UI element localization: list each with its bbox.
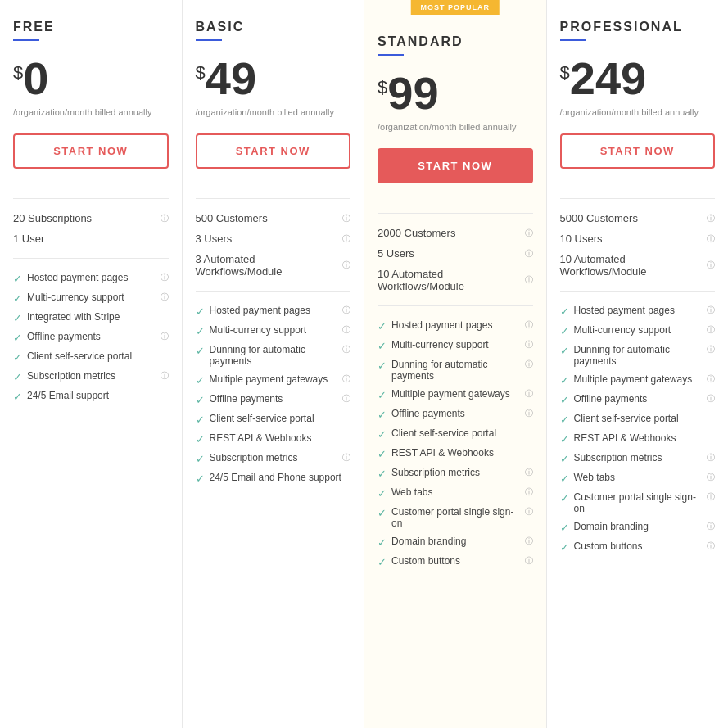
info-icon-feat-basic-4[interactable]: ⓘ — [342, 393, 350, 405]
info-icon-feat-professional-1[interactable]: ⓘ — [707, 324, 715, 336]
feature-item-professional-11: ✓ Custom buttons ⓘ — [560, 540, 716, 554]
stat-text-free-0: 20 Subscriptions — [13, 212, 156, 224]
info-icon-stat-basic-2[interactable]: ⓘ — [342, 260, 350, 271]
info-icon-feat-standard-10[interactable]: ⓘ — [525, 536, 533, 547]
info-icon-stat-professional-0[interactable]: ⓘ — [707, 213, 715, 224]
info-icon-feat-standard-0[interactable]: ⓘ — [525, 319, 533, 331]
info-icon-feat-standard-8[interactable]: ⓘ — [525, 486, 533, 498]
feature-item-free-0: ✓ Hosted payment pages ⓘ — [13, 272, 169, 285]
check-icon-standard-2: ✓ — [378, 359, 387, 372]
info-icon-feat-standard-7[interactable]: ⓘ — [525, 467, 533, 478]
feature-text-standard-6: REST API & Webhooks — [391, 447, 533, 459]
check-icon-standard-6: ✓ — [378, 448, 387, 460]
stat-item-basic-1: 3 Users ⓘ — [196, 233, 351, 245]
check-icon-professional-3: ✓ — [560, 374, 569, 387]
info-icon-stat-professional-2[interactable]: ⓘ — [707, 260, 715, 271]
feature-text-free-5: Subscription metrics — [27, 370, 156, 382]
info-icon-stat-standard-0[interactable]: ⓘ — [525, 228, 533, 239]
info-icon-stat-professional-1[interactable]: ⓘ — [707, 233, 715, 245]
info-icon-feat-professional-10[interactable]: ⓘ — [707, 521, 715, 532]
plan-col-free: FREE $ 0 /organization/month billed annu… — [0, 0, 183, 728]
feature-item-basic-8: ✓ 24/5 Email and Phone support — [196, 472, 351, 485]
start-btn-basic[interactable]: START NOW — [196, 133, 351, 169]
info-icon-feat-free-3[interactable]: ⓘ — [161, 331, 169, 342]
feature-text-standard-7: Subscription metrics — [391, 467, 520, 478]
plan-name-free: FREE — [13, 20, 169, 34]
info-icon-stat-basic-1[interactable]: ⓘ — [342, 233, 350, 245]
plan-col-standard: MOST POPULARSTANDARD $ 99 /organization/… — [364, 0, 547, 728]
feature-text-professional-0: Hosted payment pages — [574, 305, 703, 316]
feature-text-standard-4: Offline payments — [391, 408, 520, 419]
price-amount-professional: 249 — [570, 56, 646, 102]
feature-text-basic-8: 24/5 Email and Phone support — [210, 472, 351, 483]
stat-text-basic-1: 3 Users — [196, 233, 339, 245]
stat-text-professional-1: 10 Users — [560, 233, 703, 245]
info-icon-feat-professional-4[interactable]: ⓘ — [707, 393, 715, 405]
feature-text-professional-5: Client self-service portal — [574, 413, 716, 424]
check-icon-professional-11: ✓ — [560, 541, 569, 554]
feature-text-basic-5: Client self-service portal — [210, 413, 351, 424]
feature-text-standard-3: Multiple payment gateways — [391, 388, 520, 400]
info-icon-feat-standard-2[interactable]: ⓘ — [525, 359, 533, 370]
stat-item-standard-2: 10 Automated Workflows/Module ⓘ — [378, 268, 533, 292]
info-icon-feat-professional-0[interactable]: ⓘ — [707, 305, 715, 316]
start-btn-professional[interactable]: START NOW — [560, 133, 716, 169]
check-icon-free-5: ✓ — [13, 371, 22, 383]
feature-text-professional-9: Customer portal single sign-on — [574, 491, 703, 514]
info-icon-stat-standard-1[interactable]: ⓘ — [525, 248, 533, 260]
stat-text-free-1: 1 User — [13, 233, 169, 245]
feature-text-standard-10: Domain branding — [391, 536, 520, 547]
check-icon-professional-8: ✓ — [560, 473, 569, 485]
stat-item-basic-2: 3 Automated Workflows/Module ⓘ — [196, 253, 351, 278]
info-icon-feat-professional-11[interactable]: ⓘ — [707, 540, 715, 552]
info-icon-feat-basic-2[interactable]: ⓘ — [342, 344, 350, 355]
feature-text-free-1: Multi-currency support — [27, 292, 156, 303]
price-row-professional: $ 249 — [560, 56, 716, 102]
price-row-standard: $ 99 — [378, 70, 533, 116]
info-icon-stat-free-0[interactable]: ⓘ — [161, 213, 169, 224]
price-amount-free: 0 — [23, 56, 48, 102]
info-icon-feat-professional-2[interactable]: ⓘ — [707, 344, 715, 355]
info-icon-feat-standard-3[interactable]: ⓘ — [525, 388, 533, 400]
price-period-standard: /organization/month billed annually — [378, 121, 533, 133]
feature-item-standard-9: ✓ Customer portal single sign-on ⓘ — [378, 506, 533, 529]
info-icon-feat-free-1[interactable]: ⓘ — [161, 292, 169, 303]
info-icon-stat-standard-2[interactable]: ⓘ — [525, 274, 533, 286]
info-icon-feat-standard-1[interactable]: ⓘ — [525, 339, 533, 350]
info-icon-feat-professional-9[interactable]: ⓘ — [707, 491, 715, 503]
plan-col-basic: BASIC $ 49 /organization/month billed an… — [183, 0, 365, 728]
info-icon-feat-professional-7[interactable]: ⓘ — [707, 452, 715, 463]
feature-item-professional-7: ✓ Subscription metrics ⓘ — [560, 452, 716, 465]
info-icon-feat-professional-3[interactable]: ⓘ — [707, 373, 715, 385]
info-icon-feat-standard-4[interactable]: ⓘ — [525, 408, 533, 419]
info-icon-feat-free-0[interactable]: ⓘ — [161, 272, 169, 283]
feature-item-professional-2: ✓ Dunning for automatic payments ⓘ — [560, 344, 716, 367]
stat-text-standard-0: 2000 Customers — [378, 227, 521, 239]
check-icon-basic-5: ✓ — [196, 414, 205, 426]
feature-item-basic-0: ✓ Hosted payment pages ⓘ — [196, 305, 351, 318]
price-dollar-basic: $ — [196, 62, 206, 84]
check-icon-standard-1: ✓ — [378, 340, 387, 352]
check-icon-free-1: ✓ — [13, 292, 22, 305]
info-icon-feat-basic-3[interactable]: ⓘ — [342, 373, 350, 385]
stat-text-basic-0: 500 Customers — [196, 212, 339, 224]
info-icon-feat-free-5[interactable]: ⓘ — [161, 370, 169, 382]
feature-item-free-2: ✓ Integrated with Stripe — [13, 311, 169, 324]
feature-text-free-3: Offline payments — [27, 331, 156, 342]
feature-item-standard-1: ✓ Multi-currency support ⓘ — [378, 339, 533, 352]
feature-item-basic-2: ✓ Dunning for automatic payments ⓘ — [196, 344, 351, 367]
info-icon-feat-basic-7[interactable]: ⓘ — [342, 452, 350, 463]
feature-text-free-6: 24/5 Email support — [27, 390, 169, 401]
info-icon-feat-basic-1[interactable]: ⓘ — [342, 324, 350, 336]
info-icon-feat-basic-0[interactable]: ⓘ — [342, 305, 350, 316]
start-btn-free[interactable]: START NOW — [13, 133, 169, 169]
info-icon-stat-basic-0[interactable]: ⓘ — [342, 213, 350, 224]
start-btn-standard[interactable]: START NOW — [378, 148, 533, 183]
info-icon-feat-professional-8[interactable]: ⓘ — [707, 472, 715, 483]
feature-text-professional-7: Subscription metrics — [574, 452, 703, 463]
feature-text-free-0: Hosted payment pages — [27, 272, 156, 283]
stat-text-standard-1: 5 Users — [378, 247, 521, 260]
info-icon-feat-standard-11[interactable]: ⓘ — [525, 555, 533, 567]
info-icon-feat-standard-9[interactable]: ⓘ — [525, 506, 533, 518]
feature-text-free-2: Integrated with Stripe — [27, 311, 169, 323]
